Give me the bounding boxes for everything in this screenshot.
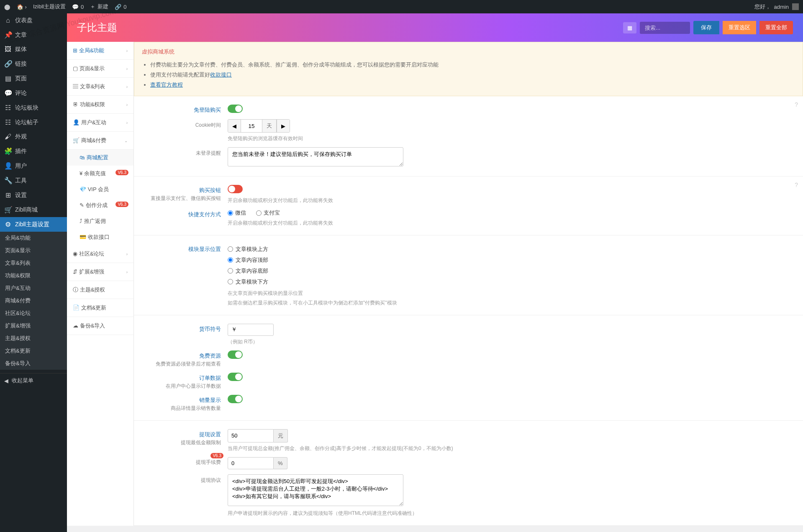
tutorial-link[interactable]: 查看官方教程 [150,82,183,88]
menu-settings[interactable]: ⊞设置 [0,188,67,202]
sales-display-sub: 商品详情显示销售数量 [144,405,221,412]
media-icon: 🖼 [4,46,12,53]
menu-users[interactable]: 👤用户 [0,159,67,173]
wp-sidebar: ⌂仪表盘 📌文章 🖼媒体 🔗链接 ▤页面 💬评论 ☷论坛板块 ☷论坛帖子 🖌外观… [0,13,67,526]
radio-alipay[interactable]: 支付宝 [256,209,280,217]
payment-api-link[interactable]: 收款接口 [210,72,232,78]
guest-buy-toggle[interactable] [228,105,243,113]
menu-links[interactable]: 🔗链接 [0,56,67,71]
order-data-toggle[interactable] [228,373,243,381]
nav-article-list[interactable]: ▤ 文章&列表› [67,78,133,96]
withdraw-agreement-label: 提现协议 [144,477,221,484]
decrement-button[interactable]: ◀ [228,120,241,132]
help-text: 在文章页面中购买模块的显示位置 [228,290,793,297]
help-text: 如需在侧边栏显示购买模块，可在小工具模块中为侧边栏添加"付费购买"模块 [228,299,793,307]
version-badge: V6.3 [115,170,128,175]
submenu-page-display[interactable]: 页面&显示 [0,244,67,257]
search-input[interactable] [640,22,690,34]
nav-theme-auth[interactable]: ⓘ 主题&授权 [67,281,133,299]
submenu-theme-auth[interactable]: 主题&授权 [0,332,67,345]
collapse-icon: ◀ [4,378,8,384]
notlogin-label: 未登录提醒 [144,150,221,157]
nav-doc-update[interactable]: 📄 文档&更新 [67,299,133,317]
radio-pos4[interactable]: 文章模块下方 [228,276,793,287]
avatar[interactable] [792,3,799,10]
nav-mall-config[interactable]: 🛍 商城配置 [67,150,133,166]
site-title[interactable]: Izibll主题设置 [33,3,66,10]
help-icon[interactable]: ? [795,182,798,188]
submenu-article-list[interactable]: 文章&列表 [0,257,67,269]
board-icon: ☷ [4,104,12,112]
menu-zibll-mall[interactable]: 🛒Zibll商城 [0,202,67,217]
menu-comments[interactable]: 💬评论 [0,86,67,100]
chevron-right-icon: › [126,252,128,256]
nav-balance[interactable]: ¥ 余额充值V6.3 [67,166,133,182]
menu-zibll-theme[interactable]: ⚙Zibll主题设置 [0,217,67,232]
cookie-time-input[interactable] [241,120,262,132]
nav-extend[interactable]: ⇵ 扩展&增强› [67,263,133,281]
submenu-extend-enhance[interactable]: 扩展&增强 [0,320,67,332]
free-resource-toggle[interactable] [228,350,243,359]
reset-section-button[interactable]: 重置选区 [723,21,756,34]
help-icon[interactable]: ? [795,101,798,108]
nav-promo[interactable]: ⤴ 推广返佣 [67,213,133,229]
nav-creation[interactable]: ✎ 创作分成V6.3 [67,197,133,213]
radio-pos3[interactable]: 文章内容底部 [228,266,793,276]
order-data-sub: 在用户中心显示订单数据 [144,383,221,390]
menu-appearance[interactable]: 🖌外观 [0,130,67,144]
radio-wechat[interactable]: 微信 [228,209,246,217]
currency-input[interactable] [228,324,274,336]
collapse-menu[interactable]: ◀收起菜单 [0,373,67,388]
nav-backup[interactable]: ☁ 备份&导入 [67,317,133,335]
submenu-user-interact[interactable]: 用户&互动 [0,282,67,294]
submenu-backup-import[interactable]: 备份&导入 [0,357,67,370]
menu-pages[interactable]: ▤页面 [0,71,67,86]
submenu-community-forum[interactable]: 社区&论坛 [0,307,67,320]
links-count[interactable]: 🔗 0 [115,4,126,10]
menu-posts[interactable]: 📌文章 [0,28,67,42]
save-button[interactable]: 保存 [693,21,719,34]
chevron-right-icon: › [126,49,128,53]
radio-pos1[interactable]: 文章模块上方 [228,244,793,255]
theme-title: 子比主题 [77,21,117,34]
nav-payment-api[interactable]: 💳 收款接口 [67,229,133,245]
submenu-doc-update[interactable]: 文档&更新 [0,345,67,357]
chevron-right-icon: › [126,120,128,125]
comments-link[interactable]: 💬 0 [72,4,84,10]
withdraw-fee-input[interactable] [228,457,274,469]
reset-all-button[interactable]: 重置全部 [759,21,793,34]
nav-mall-pay[interactable]: 🛒 商城&付费⌄ [67,132,133,150]
withdraw-agreement-textarea[interactable]: <div>可提现金额达到50元后即可发起提现</div> <div>申请提现需后… [228,474,403,506]
notlogin-textarea[interactable]: 您当前未登录！建议登陆后购买，可保存购买订单 [228,147,403,166]
help-text: 当用户可提现总金额(推广佣金、余额、创作分成)高于多少时候，才能发起提现(不能为… [228,445,793,452]
nav-vip[interactable]: 💎 VIP 会员 [67,182,133,197]
menu-dashboard[interactable]: ⌂仪表盘 [0,13,67,28]
nav-community[interactable]: ◉ 社区&论坛› [67,245,133,263]
submenu-global[interactable]: 全局&功能 [0,232,67,244]
withdraw-input[interactable] [228,429,274,442]
new-link[interactable]: ＋ 新建 [90,3,108,10]
menu-forum-post[interactable]: ☷论坛帖子 [0,115,67,130]
wrench-icon: 🔧 [4,176,12,184]
site-link[interactable]: 🏠 › [17,4,27,10]
nav-page-display[interactable]: ▢ 页面&显示› [67,60,133,78]
username[interactable]: admin [774,4,789,10]
buy-button-sub: 直接显示支付宝、微信购买按钮 [144,195,221,202]
nav-function-perm[interactable]: ⛨ 功能&权限› [67,96,133,114]
menu-plugins[interactable]: 🧩插件 [0,144,67,159]
nav-global[interactable]: ⊞ 全局&功能› [67,42,133,60]
buy-button-toggle[interactable] [228,185,243,193]
submenu-function-perm[interactable]: 功能&权限 [0,269,67,282]
withdraw-sub: 提现最低金额限制 [144,439,221,446]
menu-tools[interactable]: 🔧工具 [0,173,67,188]
radio-pos2[interactable]: 文章内容顶部 [228,255,793,266]
menu-media[interactable]: 🖼媒体 [0,42,67,56]
grid-icon-button[interactable]: ▦ [623,22,636,33]
currency-label: 货币符号 [144,325,221,333]
menu-forum-board[interactable]: ☷论坛板块 [0,100,67,115]
nav-user-interact[interactable]: 👤 用户&互动› [67,114,133,132]
submenu-mall-pay[interactable]: 商城&付费 [0,294,67,307]
increment-button[interactable]: ▶ [277,120,290,132]
sales-display-toggle[interactable] [228,395,243,403]
wp-logo-icon[interactable]: ⬤ [4,4,10,10]
